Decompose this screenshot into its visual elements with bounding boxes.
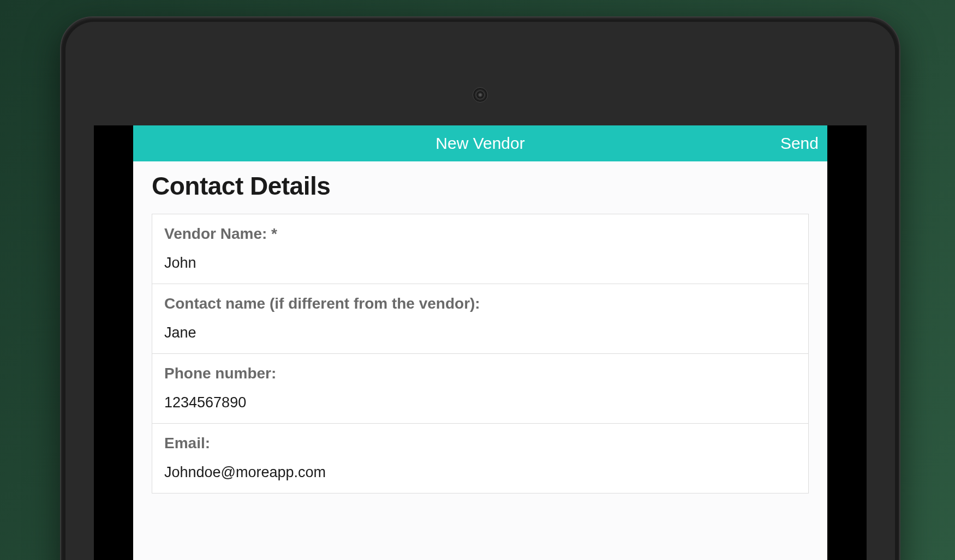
- phone-number-field: Phone number:: [152, 354, 808, 424]
- send-button[interactable]: Send: [780, 134, 819, 153]
- contact-name-label: Contact name (if different from the vend…: [164, 295, 796, 312]
- tablet-inner-bezel: New Vendor Send Contact Details Vendor N…: [65, 22, 895, 560]
- tablet-screen: New Vendor Send Contact Details Vendor N…: [94, 125, 867, 560]
- phone-number-input[interactable]: [164, 394, 796, 411]
- email-input[interactable]: [164, 464, 796, 481]
- content-area: Contact Details Vendor Name: * Contact n…: [133, 161, 827, 493]
- vendor-name-label: Vendor Name: *: [164, 225, 796, 243]
- vendor-name-field: Vendor Name: *: [152, 214, 808, 284]
- page-title: New Vendor: [435, 134, 524, 153]
- email-field: Email:: [152, 424, 808, 493]
- form-container: Vendor Name: * Contact name (if differen…: [152, 214, 809, 493]
- section-heading: Contact Details: [152, 171, 809, 201]
- camera-icon: [473, 87, 488, 103]
- vendor-name-input[interactable]: [164, 255, 796, 272]
- contact-name-input[interactable]: [164, 324, 796, 341]
- app-header: New Vendor Send: [133, 125, 827, 161]
- contact-name-field: Contact name (if different from the vend…: [152, 284, 808, 354]
- email-label: Email:: [164, 435, 796, 452]
- app-container: New Vendor Send Contact Details Vendor N…: [133, 125, 827, 560]
- tablet-device-frame: New Vendor Send Contact Details Vendor N…: [60, 16, 900, 560]
- phone-number-label: Phone number:: [164, 365, 796, 382]
